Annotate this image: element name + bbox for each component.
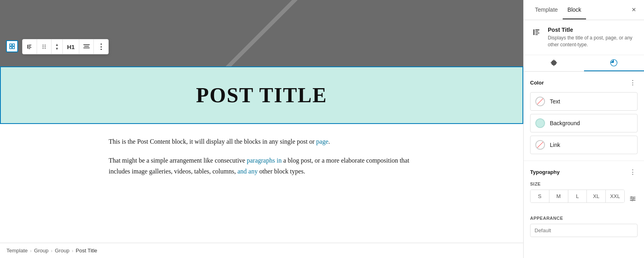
- svg-rect-23: [535, 34, 538, 35]
- text-color-label: Text: [550, 98, 560, 105]
- size-btn-s[interactable]: S: [530, 190, 549, 202]
- color-row-text[interactable]: Text: [530, 92, 638, 111]
- style-tab-style[interactable]: [584, 55, 644, 71]
- more-options-button[interactable]: ⋮: [94, 39, 108, 54]
- move-up-icon[interactable]: ▲: [55, 43, 59, 47]
- style-tabs: [524, 55, 644, 72]
- svg-rect-2: [10, 47, 12, 49]
- drag-handle[interactable]: [37, 39, 52, 54]
- breadcrumb-group-1[interactable]: Group: [34, 248, 48, 254]
- size-btn-xxl[interactable]: XXL: [606, 190, 624, 202]
- block-info-text: Post Title Displays the title of a post,…: [548, 27, 638, 48]
- svg-rect-7: [29, 47, 31, 48]
- breadcrumb-template[interactable]: Template: [6, 248, 28, 254]
- breadcrumb-sep-1: ›: [30, 248, 32, 253]
- svg-rect-26: [630, 198, 636, 199]
- block-toolbar: ▲ ▼ H1 ⋮: [22, 39, 109, 54]
- editor-area: ▲ ▼ H1 ⋮ POST TITLE: [0, 0, 523, 258]
- size-btn-xl[interactable]: XL: [587, 190, 606, 202]
- block-select-icon[interactable]: [6, 40, 18, 52]
- appearance-label: APPEARANCE: [530, 216, 638, 221]
- content-paragraph-1: This is the Post Content block, it will …: [109, 136, 415, 147]
- typography-section-header: Typography ⋮: [530, 167, 638, 177]
- breadcrumb-sep-2: ›: [51, 248, 53, 253]
- breadcrumb-sep-3: ›: [72, 248, 73, 253]
- typography-section: Typography ⋮ SIZE S M L XL XXL: [524, 161, 644, 244]
- size-filters-button[interactable]: [628, 195, 638, 204]
- color-row-background[interactable]: Background: [530, 114, 638, 132]
- tab-block[interactable]: Block: [563, 1, 586, 19]
- svg-rect-8: [29, 48, 30, 49]
- svg-point-13: [44, 46, 45, 47]
- link-color-swatch: [535, 140, 545, 150]
- block-info: Post Title Displays the title of a post,…: [524, 20, 644, 55]
- color-section: Color ⋮ Text Background Link: [524, 72, 644, 161]
- heading-level-wrap: H1: [63, 39, 79, 54]
- content-link-2[interactable]: paragraphs: [247, 157, 275, 164]
- svg-point-14: [44, 48, 45, 49]
- text-align-icon-btn[interactable]: [23, 39, 37, 54]
- link-color-label: Link: [550, 142, 560, 148]
- sidebar-header: Template Block ×: [524, 0, 644, 20]
- svg-rect-0: [10, 44, 12, 46]
- color-section-title: Color: [530, 80, 544, 86]
- svg-rect-5: [29, 45, 31, 45]
- content-link-3[interactable]: in: [277, 157, 281, 164]
- text-align-button[interactable]: [79, 39, 94, 54]
- svg-rect-16: [84, 46, 89, 47]
- background-color-label: Background: [550, 120, 580, 126]
- post-title-block-icon: [530, 27, 543, 39]
- svg-point-9: [42, 45, 43, 45]
- svg-rect-1: [12, 44, 14, 46]
- typography-section-more-button[interactable]: ⋮: [628, 167, 638, 177]
- svg-rect-28: [631, 196, 632, 198]
- appearance-input[interactable]: [530, 224, 638, 237]
- move-down-icon[interactable]: ▼: [55, 47, 59, 51]
- typography-section-title: Typography: [530, 169, 559, 175]
- svg-rect-20: [535, 29, 539, 31]
- svg-rect-3: [12, 47, 14, 49]
- svg-rect-19: [533, 29, 535, 35]
- color-section-more-button[interactable]: ⋮: [628, 78, 638, 87]
- style-tab-settings[interactable]: [524, 55, 584, 71]
- color-section-header: Color ⋮: [530, 78, 638, 87]
- size-label: SIZE: [530, 182, 638, 186]
- svg-point-10: [42, 46, 43, 47]
- template-header: ▲ ▼ H1 ⋮: [0, 0, 523, 66]
- svg-rect-4: [27, 45, 28, 49]
- content-link-4[interactable]: and: [237, 168, 247, 175]
- breadcrumb: Template › Group › Group › Post Title: [0, 243, 523, 258]
- svg-rect-22: [535, 33, 539, 33]
- svg-point-11: [42, 48, 43, 49]
- svg-rect-17: [83, 47, 90, 48]
- post-content-area: This is the Post Content block, it will …: [0, 124, 523, 258]
- svg-point-12: [44, 45, 45, 45]
- move-up-down[interactable]: ▲ ▼: [52, 39, 63, 54]
- tab-template[interactable]: Template: [530, 1, 563, 19]
- svg-rect-25: [630, 197, 636, 198]
- svg-rect-6: [29, 46, 31, 47]
- color-row-link[interactable]: Link: [530, 136, 638, 154]
- sidebar: Template Block × Post Title Displays the…: [523, 0, 644, 258]
- svg-rect-30: [632, 200, 633, 201]
- heading-level-button[interactable]: H1: [63, 39, 79, 54]
- post-title-text: POST TITLE: [9, 83, 514, 107]
- text-color-swatch: [535, 97, 545, 106]
- content-link-5[interactable]: any: [248, 168, 258, 175]
- post-title-block[interactable]: POST TITLE: [0, 66, 523, 124]
- sidebar-tabs: Template Block: [530, 1, 630, 19]
- sidebar-close-button[interactable]: ×: [630, 4, 638, 16]
- breadcrumb-current: Post Title: [76, 248, 97, 254]
- svg-rect-29: [633, 198, 634, 200]
- svg-rect-15: [83, 44, 90, 45]
- block-info-title: Post Title: [548, 27, 638, 33]
- size-buttons: S M L XL XXL: [530, 190, 625, 203]
- size-btn-l[interactable]: L: [568, 190, 587, 202]
- svg-rect-21: [535, 31, 538, 32]
- block-info-description: Displays the title of a post, page, or a…: [548, 35, 638, 48]
- content-paragraph-2: That might be a simple arrangement like …: [109, 155, 415, 177]
- size-btn-m[interactable]: M: [549, 190, 568, 202]
- content-link-1[interactable]: page: [316, 138, 328, 145]
- breadcrumb-group-2[interactable]: Group: [55, 248, 69, 254]
- background-color-swatch: [535, 118, 545, 128]
